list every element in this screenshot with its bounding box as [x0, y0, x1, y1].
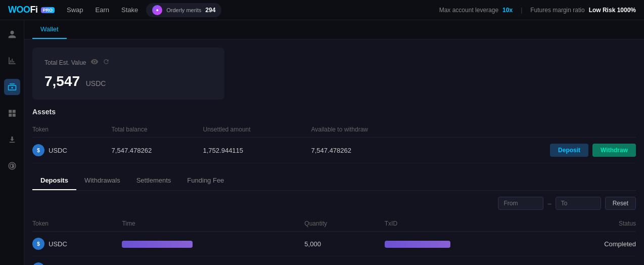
dep-txid-blur-1 [385, 241, 450, 248]
asset-token-name: USDC [49, 147, 67, 154]
asset-token-cell: $ USDC [32, 138, 112, 163]
dep-txid-2 [385, 256, 554, 266]
assets-section: Assets Token Total balance Unsettled amo… [32, 108, 636, 163]
sidebar-icon-person[interactable] [4, 26, 20, 42]
dep-status-2: Completed [554, 256, 636, 266]
content-area: Wallet Total Est. Value 7,547 USDC Asset… [24, 20, 644, 265]
top-navigation: WOOFi PRO Swap Earn Stake ● Orderly meri… [0, 0, 644, 20]
tab-wallet[interactable]: Wallet [32, 20, 67, 39]
asset-unsettled: 1,752.944115 [203, 138, 311, 163]
sidebar-icon-chart[interactable] [4, 53, 20, 69]
sidebar-icon-wallet[interactable] [4, 79, 20, 95]
margin-value: Low Risk 1000% [589, 7, 636, 14]
eye-icon[interactable] [90, 58, 99, 67]
margin-label: Futures margin ratio [530, 7, 584, 14]
dep-qty-2: 26.208039 [304, 256, 384, 266]
leverage-value: 10x [502, 7, 513, 14]
nav-swap[interactable]: Swap [67, 4, 83, 16]
from-date-input[interactable] [498, 197, 543, 210]
deposit-row: $ USDC 5,000 Completed [32, 232, 636, 256]
dep-txid-1 [385, 232, 554, 256]
tab-settlements[interactable]: Settlements [128, 171, 179, 190]
est-currency: USDC [86, 79, 106, 87]
dep-status-1: Completed [554, 232, 636, 256]
dep-col-quantity: Quantity [304, 216, 384, 232]
nav-stake[interactable]: Stake [121, 4, 138, 16]
dep-time-blur-1 [122, 241, 193, 248]
est-label-text: Total Est. Value [44, 59, 86, 66]
nav-links: Swap Earn Stake [67, 4, 138, 16]
asset-total-balance: 7,547.478262 [112, 138, 203, 163]
est-label-row: Total Est. Value [44, 58, 212, 67]
usdc-icon: $ [32, 144, 44, 156]
sub-tab-bar: Deposits Withdrawals Settlements Funding… [32, 171, 636, 191]
col-actions [440, 122, 636, 138]
est-value-card: Total Est. Value 7,547 USDC [32, 48, 224, 100]
main-layout: Wallet Total Est. Value 7,547 USDC Asset… [0, 20, 644, 265]
sidebar [0, 20, 24, 265]
tab-deposits[interactable]: Deposits [32, 171, 76, 190]
dep-token-cell-2: $ USDC [32, 262, 122, 265]
dep-usdc-icon-2: $ [32, 262, 44, 265]
asset-available: 7,547.478262 [311, 138, 441, 163]
col-token: Token [32, 122, 112, 138]
sidebar-icon-download[interactable] [4, 131, 20, 148]
sidebar-icon-grid[interactable] [4, 105, 20, 121]
refresh-icon[interactable] [103, 58, 110, 67]
deposits-table: Token Time Quantity TxID Status $ USDC [32, 216, 636, 265]
pro-badge: PRO [41, 7, 55, 13]
to-date-input[interactable] [556, 197, 601, 210]
col-total-balance: Total balance [112, 122, 203, 138]
orderly-count: 294 [205, 7, 215, 14]
tab-withdrawals[interactable]: Withdrawals [76, 171, 128, 190]
col-available: Available to withdraw [311, 122, 441, 138]
dep-col-txid: TxID [385, 216, 554, 232]
est-amount: 7,547 [44, 73, 80, 89]
leverage-label: Max account leverage [439, 7, 498, 14]
date-separator: – [547, 200, 551, 207]
asset-row: $ USDC 7,547.478262 1,752.944115 7,547.4… [32, 138, 636, 163]
est-amount-row: 7,547 USDC [44, 73, 212, 90]
logo: WOOFi PRO [8, 5, 55, 15]
dep-token-cell-1: $ USDC [32, 238, 122, 250]
dep-usdc-icon-1: $ [32, 238, 44, 250]
deposit-button[interactable]: Deposit [550, 144, 588, 157]
sidebar-icon-settings[interactable] [4, 158, 20, 174]
orderly-merits[interactable]: ● Orderly merits 294 [146, 3, 221, 17]
orderly-label: Orderly merits [166, 7, 201, 13]
withdraw-button[interactable]: Withdraw [592, 144, 636, 157]
tab-funding-fee[interactable]: Funding Fee [179, 171, 232, 190]
dep-time-1 [122, 232, 304, 256]
col-unsettled: Unsettled amount [203, 122, 311, 138]
dep-qty-1: 5,000 [304, 232, 384, 256]
dep-time-2 [122, 256, 304, 266]
dep-col-token: Token [32, 216, 122, 232]
logo-text: WOOFi [8, 5, 38, 15]
nav-right: Max account leverage 10x | Futures margi… [439, 7, 636, 14]
dep-col-status: Status [554, 216, 636, 232]
deposits-section: Deposits Withdrawals Settlements Funding… [32, 171, 636, 265]
deposit-row: $ USDC 26.208039 Completed [32, 256, 636, 266]
filter-row: – Reset [32, 197, 636, 210]
reset-button[interactable]: Reset [605, 197, 636, 210]
dep-col-time: Time [122, 216, 304, 232]
wallet-tab-bar: Wallet [24, 20, 644, 39]
assets-title: Assets [32, 108, 636, 116]
divider: | [521, 7, 522, 14]
dep-token-1: USDC [49, 240, 67, 248]
asset-actions: Deposit Withdraw [440, 144, 636, 157]
orderly-icon: ● [152, 5, 162, 15]
nav-earn[interactable]: Earn [96, 4, 109, 16]
assets-table: Token Total balance Unsettled amount Ava… [32, 122, 636, 163]
